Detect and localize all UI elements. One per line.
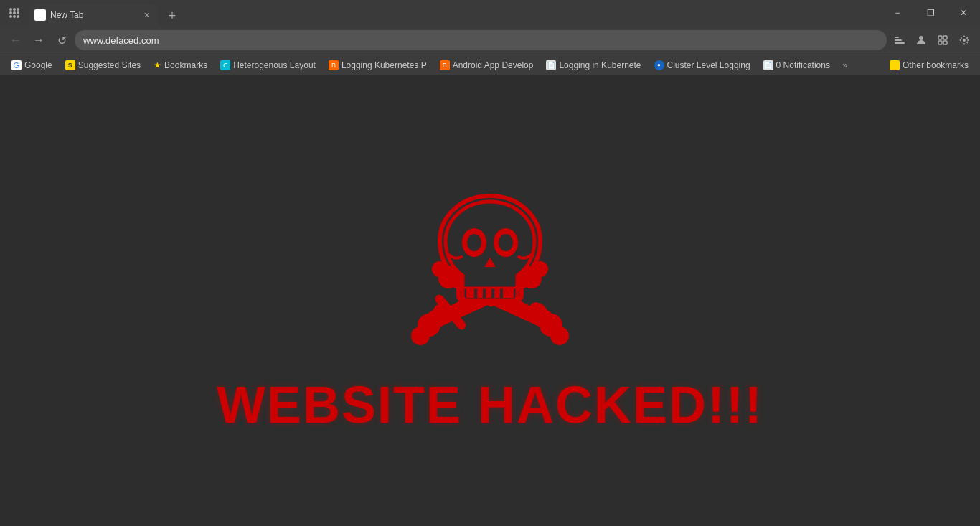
svg-rect-10 [895, 42, 905, 44]
svg-point-5 [17, 11, 19, 14]
forward-button[interactable]: → [29, 30, 49, 50]
bookmark-google-label: Google [24, 60, 52, 70]
bookmark-heterogenous[interactable]: C Heterogenous Layout [215, 57, 321, 73]
bookmarks-bar: Google S Suggested Sites ★ Bookmarks C H… [0, 55, 980, 75]
bookmark-bookmarks-label: Bookmarks [164, 60, 207, 70]
bookmark-other[interactable]: Other bookmarks [884, 57, 974, 73]
tab-title: New Tab [50, 10, 138, 20]
address-bar[interactable]: www.defaced.com [75, 30, 887, 50]
reload-button[interactable]: ↺ [52, 30, 72, 50]
bookmark-suggested-label: Suggested Sites [78, 60, 141, 70]
svg-point-35 [467, 234, 481, 251]
svg-rect-12 [895, 37, 899, 38]
svg-rect-38 [474, 288, 477, 298]
other-bookmarks-icon [890, 60, 900, 70]
svg-point-18 [963, 39, 966, 42]
star-icon: ★ [154, 60, 161, 70]
other-bookmarks-label: Other bookmarks [903, 60, 969, 70]
svg-rect-17 [943, 41, 947, 44]
bookmark-logging-in-k8s-label: Logging in Kubernete [559, 60, 641, 70]
bookmark-google[interactable]: Google [6, 57, 58, 73]
bookmark-android[interactable]: B Android App Develop [434, 57, 540, 73]
android-favicon: B [440, 60, 450, 70]
heterogenous-favicon: C [220, 60, 230, 70]
svg-rect-39 [483, 288, 486, 298]
bookmark-notifications-label: 0 Notifications [776, 60, 830, 70]
maximize-button[interactable]: ❐ [914, 0, 947, 26]
svg-rect-37 [466, 288, 514, 298]
svg-rect-15 [943, 36, 947, 39]
logging-in-k8s-favicon: 📄 [546, 60, 556, 70]
logging-k8s-favicon: B [329, 60, 339, 70]
skull-image [397, 167, 583, 354]
hacked-text: WEBSITE HACKED!!! [217, 375, 763, 434]
bookmark-logging-in-k8s[interactable]: 📄 Logging in Kubernete [540, 57, 646, 73]
tab-bar: New Tab ✕ + [29, 0, 881, 26]
bookmark-logging-k8s-label: Logging Kubernetes P [341, 60, 427, 70]
window-menu-icon[interactable] [0, 0, 29, 26]
google-favicon [11, 60, 22, 70]
toolbar: ← → ↺ www.defaced.com [0, 26, 980, 55]
bookmark-bookmarks[interactable]: ★ Bookmarks [148, 57, 213, 73]
bookmark-cluster-logging[interactable]: ● Cluster Level Logging [649, 57, 756, 73]
svg-rect-11 [895, 39, 902, 41]
back-button[interactable]: ← [6, 30, 26, 50]
svg-rect-9 [37, 11, 44, 19]
new-tab-button[interactable]: + [162, 6, 182, 26]
extensions-icon[interactable] [933, 30, 953, 50]
title-bar-left: New Tab ✕ + [0, 0, 881, 26]
bookmark-suggested[interactable]: S Suggested Sites [60, 57, 146, 73]
svg-rect-16 [938, 41, 942, 44]
bookmark-android-label: Android App Develop [453, 60, 534, 70]
svg-point-8 [17, 15, 19, 18]
cast-icon[interactable] [890, 30, 910, 50]
close-button[interactable]: ✕ [947, 0, 980, 26]
svg-rect-14 [938, 36, 942, 39]
svg-rect-41 [500, 288, 503, 298]
cluster-logging-favicon: ● [654, 60, 664, 70]
bookmark-logging-k8s[interactable]: B Logging Kubernetes P [323, 57, 433, 73]
svg-point-1 [13, 8, 16, 11]
svg-point-2 [17, 8, 19, 11]
settings-icon[interactable] [954, 30, 974, 50]
svg-point-26 [411, 327, 430, 345]
svg-point-28 [550, 327, 569, 345]
svg-point-4 [13, 11, 16, 14]
profile-icon[interactable] [911, 30, 931, 50]
bookmarks-more-button[interactable]: » [837, 57, 853, 73]
svg-rect-40 [491, 288, 494, 298]
tab-close-button[interactable]: ✕ [141, 9, 152, 21]
title-bar: New Tab ✕ + − ❐ ✕ [0, 0, 980, 26]
suggested-favicon: S [65, 60, 75, 70]
address-text: www.defaced.com [83, 35, 878, 46]
svg-point-6 [9, 15, 12, 18]
bookmark-heterogenous-label: Heterogenous Layout [233, 60, 316, 70]
tab-favicon [34, 9, 46, 21]
svg-point-13 [919, 36, 923, 40]
bookmark-cluster-logging-label: Cluster Level Logging [667, 60, 750, 70]
toolbar-icons [890, 30, 974, 50]
browser-window: New Tab ✕ + − ❐ ✕ ← → ↺ www.defaced.com [0, 0, 980, 526]
svg-point-36 [499, 234, 513, 251]
minimize-button[interactable]: − [881, 0, 914, 26]
svg-point-7 [13, 15, 16, 18]
svg-point-0 [9, 8, 12, 11]
notifications-favicon: 📄 [763, 60, 773, 70]
svg-point-3 [9, 11, 12, 14]
page-content: WEBSITE HACKED!!! [0, 75, 980, 526]
window-controls: − ❐ ✕ [881, 0, 980, 26]
active-tab[interactable]: New Tab ✕ [29, 4, 158, 26]
bookmark-notifications[interactable]: 📄 0 Notifications [758, 57, 836, 73]
